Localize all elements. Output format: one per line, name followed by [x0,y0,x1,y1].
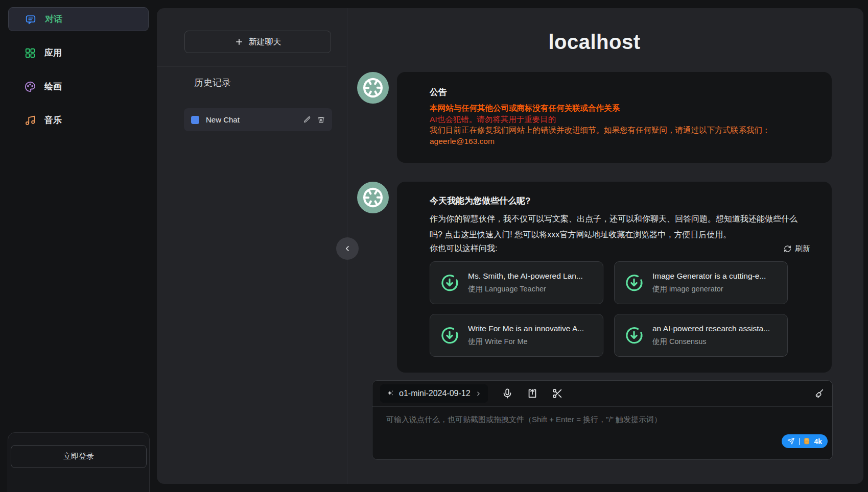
microphone-icon [502,388,513,399]
sidebar-item-label: 绘画 [44,81,62,92]
model-selector[interactable]: o1-mini-2024-09-12 [380,384,488,403]
scissors-icon [552,388,563,399]
palette-icon [24,81,36,93]
suggestion-cards: Ms. Smith, the AI-powered Lan... 使用 Lang… [430,261,806,357]
trash-icon [317,116,325,124]
composer-toolbar: o1-mini-2024-09-12 [372,381,832,407]
suggestion-title: an AI-powered research assista... [652,324,770,333]
refresh-icon [784,245,791,253]
chevron-right-icon [475,390,482,397]
ask-hint: 你也可以这样问我: [430,243,497,254]
message-greeting: 今天我能为您做些什么呢? 作为你的智慧伙伴，我不仅可以写文案、出点子，还可以和你… [357,182,832,373]
upload-file-button[interactable] [527,388,538,399]
suggestion-text: an AI-powered research assista... 使用 Con… [652,324,770,347]
circle-download-icon [439,273,460,293]
suggestion-text: Ms. Smith, the AI-powered Lan... 使用 Lang… [468,272,583,294]
sidebar-item-apps[interactable]: 应用 [8,41,149,65]
composer: o1-mini-2024-09-12 [372,380,833,460]
paper-plane-icon [787,437,795,445]
suggestion-title: Image Generator is a cutting-e... [652,272,766,281]
announcement-title: 公告 [430,86,806,98]
greeting-title: 今天我能为您做些什么呢? [430,195,806,207]
suggestion-card[interactable]: Image Generator is a cutting-e... 使用 ima… [614,261,788,304]
history-item-actions [303,116,325,124]
collapse-sidebar-button[interactable] [336,237,359,260]
announcement-line-3: 我们目前正在修复我们网站上的错误并改进细节。如果您有任何疑问，请通过以下方式联系… [430,125,806,136]
refresh-suggestions-button[interactable]: 刷新 [781,243,813,254]
circle-download-icon [439,325,460,346]
contact-email-link[interactable]: ageerle@163.com [430,136,495,147]
model-name: o1-mini-2024-09-12 [399,389,471,398]
message-input[interactable]: 可输入说点什么，也可贴截图或拖拽文件（Shift + Enter = 换行，"/… [372,407,832,459]
openai-logo-icon [362,77,384,99]
clip-screenshot-button[interactable] [552,388,563,399]
history-item-new-chat[interactable]: New Chat [184,108,332,131]
history-title: 历史记录 [194,77,231,89]
grid-icon [24,47,36,59]
suggestion-title: Write For Me is an innovative A... [468,324,584,333]
workspace: 新建聊天 历史记录 New Chat [157,8,863,484]
hint-row: 你也可以这样问我: 刷新 [430,243,806,254]
chat-bubble-icon [25,13,37,26]
send-button[interactable]: 4k [782,434,828,448]
divider [157,66,346,67]
chat-list-panel: 新建聊天 历史记录 New Chat [157,8,347,484]
app-window: 对话 应用 绘画 音乐 立即登录 [0,0,868,492]
sidebar-item-label: 音乐 [44,114,62,126]
input-placeholder: 可输入说点什么，也可贴截图或拖拽文件（Shift + Enter = 换行，"/… [386,415,662,425]
clear-conversation-button[interactable] [813,388,825,399]
announcement-line-2: AI也会犯错。请勿将其用于重要目的 [430,114,806,125]
message-announcement: 公告 本网站与任何其他公司或商标没有任何关联或合作关系 AI也会犯错。请勿将其用… [357,72,832,163]
suggestion-card[interactable]: Ms. Smith, the AI-powered Lan... 使用 Lang… [430,261,603,304]
pencil-icon [303,116,311,124]
suggestion-text: Write For Me is an innovative A... 使用 Wr… [468,324,584,347]
coin-icon [804,437,810,445]
badge-divider [799,438,800,445]
broom-icon [813,388,825,399]
suggestion-card[interactable]: an AI-powered research assista... 使用 Con… [614,314,788,357]
sidebar-item-label: 对话 [45,13,62,25]
announcement-line-1: 本网站与任何其他公司或商标没有任何关联或合作关系 [430,103,806,114]
delete-chat-button[interactable] [317,116,325,124]
assistant-avatar [357,182,389,213]
suggestion-subtitle: 使用 image generator [652,284,766,294]
chat-color-swatch [191,116,199,124]
history-item-title: New Chat [206,115,297,124]
upload-icon [527,388,538,399]
new-chat-button[interactable]: 新建聊天 [184,31,331,53]
announcement-bubble: 公告 本网站与任何其他公司或商标没有任何关联或合作关系 AI也会犯错。请勿将其用… [397,72,832,163]
token-count: 4k [814,437,822,446]
login-button[interactable]: 立即登录 [11,445,147,468]
suggestion-subtitle: 使用 Write For Me [468,337,584,347]
chat-main: localhost [348,8,863,484]
page-title: localhost [357,31,832,54]
refresh-label: 刷新 [795,244,810,254]
circle-download-icon [624,325,644,346]
suggestion-text: Image Generator is a cutting-e... 使用 ima… [652,272,766,294]
new-chat-label: 新建聊天 [249,37,281,47]
music-note-icon [24,114,36,127]
plus-icon [234,37,244,46]
sidebar-item-music[interactable]: 音乐 [8,108,149,132]
sidebar-item-label: 应用 [44,47,62,59]
sparkle-icon [386,389,394,398]
voice-input-button[interactable] [502,388,513,399]
openai-logo-icon [362,187,384,208]
sidebar-item-chat[interactable]: 对话 [8,7,149,31]
assistant-avatar [357,72,389,104]
login-panel: 立即登录 [8,432,150,492]
edit-chat-button[interactable] [303,116,311,124]
greeting-body: 作为你的智慧伙伴，我不仅可以写文案、出点子，还可以和你聊天、回答问题。想知道我还… [430,211,806,242]
circle-download-icon [624,273,644,293]
suggestion-subtitle: 使用 Language Teacher [468,284,583,294]
greeting-bubble: 今天我能为您做些什么呢? 作为你的智慧伙伴，我不仅可以写文案、出点子，还可以和你… [397,182,832,373]
suggestion-card[interactable]: Write For Me is an innovative A... 使用 Wr… [430,314,603,357]
sidebar: 对话 应用 绘画 音乐 立即登录 [0,0,157,492]
suggestion-title: Ms. Smith, the AI-powered Lan... [468,272,583,281]
suggestion-subtitle: 使用 Consensus [652,337,770,347]
sidebar-item-drawing[interactable]: 绘画 [8,75,149,99]
chevron-left-icon [343,244,352,253]
